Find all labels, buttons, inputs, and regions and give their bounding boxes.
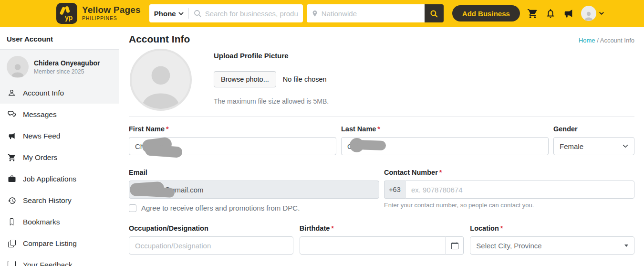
birthdate-input[interactable] [300,236,446,255]
location-box [307,4,425,22]
brand-name: Yellow Pages [82,5,141,15]
top-header: yp Yellow Pages PHILIPPINES Phone [0,0,644,27]
cart-icon[interactable] [527,8,538,19]
search-input[interactable] [205,10,298,18]
first-name-label: First Name [129,125,165,133]
agree-promotions-checkbox[interactable] [129,204,136,212]
calendar-button[interactable] [446,236,464,255]
yellow-pages-account-page: yp Yellow Pages PHILIPPINES Phone [0,0,644,266]
breadcrumb-home-link[interactable]: Home [579,37,595,44]
location-select[interactable]: Select City, Province [470,236,634,255]
max-file-size-note: The maximum file size allowed is 5MB. [214,97,329,105]
no-file-chosen-text: No file chosen [283,75,327,83]
occupation-label: Occupation/Designation [129,224,293,232]
sidebar-item-messages[interactable]: Messages [0,104,119,125]
contact-number-label: Contact Number [384,169,438,176]
caret-down-icon [624,245,628,247]
redaction-blob [145,144,182,158]
browse-photo-button[interactable]: Browse photo... [214,71,276,87]
upload-picture-label: Upload Profile Picture [214,52,329,60]
redaction-blob [357,140,386,150]
chevron-down-icon [599,11,604,16]
gender-select[interactable]: Female [553,137,634,155]
breadcrumb-current: Account Info [600,37,634,44]
brand-country: PHILIPPINES [82,16,141,21]
last-name-label: Last Name [341,125,376,133]
sidebar-item-news-feed[interactable]: News Feed [0,125,119,147]
chevron-down-icon [623,143,628,149]
megaphone-icon [7,132,16,140]
sidebar-item-your-feedback[interactable]: Your Feedback [0,254,119,266]
sidebar-item-account-info[interactable]: Account Info [0,82,119,104]
calendar-icon [451,242,458,249]
location-label: Location [470,224,499,232]
agree-promotions-label: Agree to receive offers and promotions f… [141,204,300,212]
person-icon [7,89,16,97]
main-content: Account Info Home / Account Info Upload … [119,27,644,266]
sidebar-item-compare-listing[interactable]: Compare Listing [0,233,119,254]
compare-icon [7,240,16,247]
chat-icon [7,110,16,118]
brand-text: Yellow Pages PHILIPPINES [82,5,141,21]
profile-member-since: Member since 2025 [34,68,100,75]
occupation-input[interactable] [129,236,293,255]
briefcase-icon [7,175,16,183]
location-pin-icon [312,10,318,17]
redaction-blob [138,186,175,198]
search-icon [194,10,201,17]
feedback-icon [7,261,16,266]
avatar-icon [7,56,29,78]
search-icon [430,10,438,18]
sidebar-title: User Account [0,27,119,50]
required-asterisk: * [377,125,380,133]
section-divider [129,117,634,117]
bookmark-icon [7,218,16,226]
profile-name: Chidera Onyeagubor [34,59,100,67]
phone-prefix: +63 [384,181,405,199]
add-business-button[interactable]: Add Business [452,5,520,21]
search-button[interactable] [425,4,444,22]
sidebar-item-search-history[interactable]: Search History [0,190,119,211]
walking-fingers-icon: yp [57,4,76,23]
location-search-group [307,4,444,22]
location-input[interactable] [322,10,420,18]
required-asterisk: * [439,169,442,176]
profile-picture-placeholder [130,49,192,111]
contact-help-text: Enter your contact number, so people can… [384,202,634,209]
gender-label: Gender [553,125,634,133]
bell-icon[interactable] [545,8,556,19]
upload-profile-section: Upload Profile Picture Browse photo... N… [129,49,634,111]
yellow-pages-logo[interactable]: yp [56,3,77,24]
birthdate-label: Birthdate [300,224,330,232]
sidebar-item-job-applications[interactable]: Job Applications [0,168,119,190]
avatar-icon [135,57,187,109]
required-asterisk: * [500,224,503,232]
avatar-icon [581,6,596,21]
history-icon [7,196,16,205]
svg-text:yp: yp [65,14,73,21]
divider [188,8,189,19]
email-label: Email [129,169,379,176]
search-bar: Phone [149,4,303,22]
search-category-dropdown[interactable]: Phone [154,10,184,18]
cart-icon [7,153,16,162]
page-title: Account Info [129,33,190,45]
megaphone-icon[interactable] [563,8,574,19]
chevron-down-icon [178,11,184,16]
sidebar: User Account Chidera Onyeagubor Member s… [0,27,119,266]
user-menu[interactable] [581,6,604,21]
sidebar-active-block: Chidera Onyeagubor Member since 2025 Acc… [0,50,119,104]
sidebar-profile: Chidera Onyeagubor Member since 2025 [0,50,119,82]
required-asterisk: * [331,224,334,232]
breadcrumb: Home / Account Info [579,37,634,44]
sidebar-item-my-orders[interactable]: My Orders [0,147,119,168]
sidebar-item-bookmarks[interactable]: Bookmarks [0,211,119,233]
required-asterisk: * [166,125,169,133]
contact-number-input[interactable] [405,181,634,199]
